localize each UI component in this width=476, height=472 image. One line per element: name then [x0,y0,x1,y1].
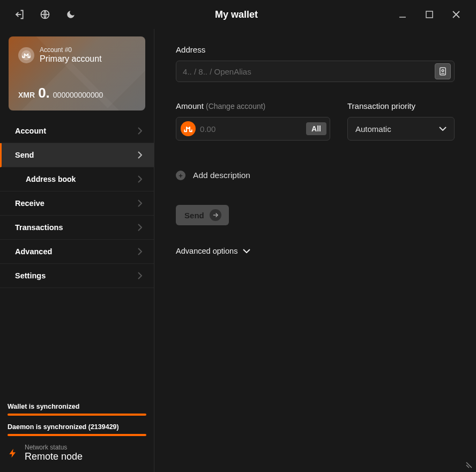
advanced-options-toggle[interactable]: Advanced options [176,247,455,255]
chevron-right-icon [138,200,142,207]
network-status-label: Network status [25,444,83,451]
address-label: Address [176,45,455,54]
titlebar: My wallet [0,0,476,29]
change-account-link[interactable]: (Change account) [206,102,265,110]
chevron-right-icon [138,175,142,183]
account-number: Account #0 [40,46,102,54]
account-name: Primary account [40,54,102,64]
sidebar-item-settings[interactable]: Settings [0,264,154,288]
svg-point-7 [442,70,444,72]
resize-handle-icon[interactable] [465,461,473,469]
network-status[interactable]: Network status Remote node [8,444,146,462]
sidebar-item-label: Address book [26,175,76,183]
balance: XMR 0. 000000000000 [18,85,136,101]
wallet-sync-label: Wallet is synchronized [8,403,146,410]
network-status-value: Remote node [25,451,83,462]
sidebar-item-advanced[interactable]: Advanced [0,240,154,264]
balance-integer: 0. [38,85,50,101]
address-input-wrap [176,61,455,82]
chevron-right-icon [138,224,142,231]
monero-icon [18,47,34,63]
logout-icon[interactable] [6,0,32,29]
priority-value: Automatic [355,124,391,134]
arrow-right-icon [210,209,221,221]
sidebar-item-transactions[interactable]: Transactions [0,216,154,240]
daemon-sync-bar [8,434,146,436]
sidebar-item-label: Receive [15,199,44,208]
chevron-right-icon [138,151,142,159]
sidebar-item-receive[interactable]: Receive [0,191,154,216]
sidebar-item-label: Settings [15,271,46,280]
amount-label: Amount (Change account) [176,101,330,110]
sidebar-item-label: Send [15,151,34,159]
moon-icon[interactable] [58,0,84,29]
sidebar-nav: Account Send Address book Receive Transa… [0,119,154,288]
chevron-down-icon [243,249,250,253]
sidebar-item-label: Advanced [15,247,52,256]
plus-icon: + [176,171,185,180]
amount-input-wrap: All [176,117,330,141]
send-button[interactable]: Send [176,205,229,225]
add-description-label: Add description [193,171,250,180]
amount-input[interactable] [200,124,302,134]
minimize-icon[interactable] [389,0,416,29]
svg-rect-2 [426,11,433,18]
sidebar-item-label: Transactions [15,223,63,232]
chevron-down-icon [439,127,447,131]
bolt-icon [8,445,18,461]
address-input[interactable] [183,67,435,76]
chevron-right-icon [138,272,142,279]
chevron-right-icon [138,248,142,255]
priority-select[interactable]: Automatic [347,117,455,141]
monero-icon [181,121,196,136]
globe-icon[interactable] [32,0,58,29]
status-block: Wallet is synchronized Daemon is synchro… [0,403,154,472]
sidebar-item-send[interactable]: Send [0,143,154,167]
address-book-button[interactable] [435,63,451,79]
account-card[interactable]: Account #0 Primary account XMR 0. 000000… [9,36,145,110]
balance-ticker: XMR [18,91,35,99]
priority-label: Transaction priority [347,101,455,110]
chevron-right-icon [138,127,142,135]
wallet-sync-bar [8,414,146,416]
sidebar-item-address-book[interactable]: Address book [0,167,154,191]
maximize-icon[interactable] [416,0,443,29]
daemon-sync-label: Daemon is synchronized (2139429) [8,423,146,431]
sidebar: Account #0 Primary account XMR 0. 000000… [0,29,154,472]
add-description-button[interactable]: + Add description [176,171,455,180]
window-title: My wallet [84,9,389,20]
balance-fraction: 000000000000 [53,91,103,99]
close-icon[interactable] [443,0,470,29]
sidebar-item-label: Account [15,127,46,135]
main-panel: Address Amount (Change account) All [154,29,476,472]
advanced-options-label: Advanced options [176,247,237,255]
amount-all-button[interactable]: All [306,122,326,135]
send-button-label: Send [184,211,204,220]
sidebar-item-account[interactable]: Account [0,119,154,143]
